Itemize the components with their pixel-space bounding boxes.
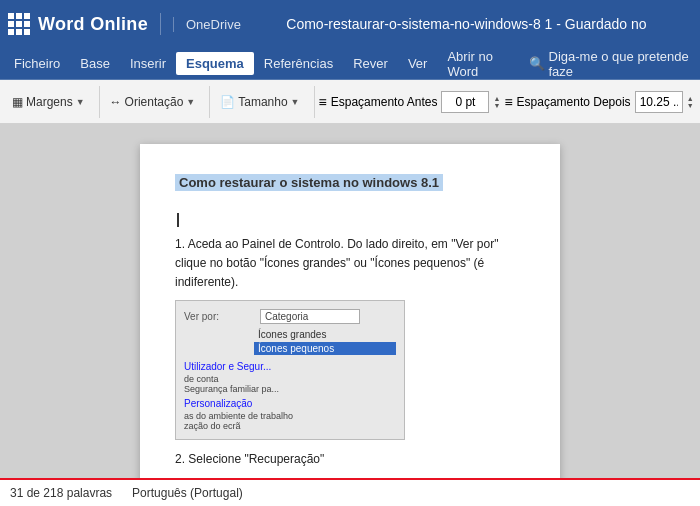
- list-number-2: 2.: [175, 452, 185, 466]
- screenshot-option-grandes: Ícones grandes: [254, 328, 396, 341]
- app-name: Word Online: [38, 14, 148, 35]
- doc-list-item-2: 2. Selecione "Recuperação": [175, 450, 525, 469]
- screenshot-link-ecra: zação do ecrã: [184, 421, 396, 431]
- grid-icon: [8, 13, 30, 35]
- list-text-2: Selecione "Recuperação": [188, 452, 324, 466]
- menu-ficheiro[interactable]: Ficheiro: [4, 52, 70, 75]
- espaco-depois-input[interactable]: [635, 91, 683, 113]
- espaco-depois-down[interactable]: ▼: [687, 102, 694, 109]
- margens-icon: ▦: [12, 95, 23, 109]
- menu-referencias[interactable]: Referências: [254, 52, 343, 75]
- orientacao-button[interactable]: ↔ Orientação ▼: [104, 92, 202, 112]
- document-page: Como restaurar o sistema no windows 8.1 …: [140, 144, 560, 478]
- screenshot-link-ambiente: as do ambiente de trabalho: [184, 411, 396, 421]
- document-title: Como-restaurar-o-sistema-no-windows-8 1 …: [241, 16, 692, 32]
- onedrive-label[interactable]: OneDrive: [173, 17, 241, 32]
- orientacao-chevron-icon: ▼: [186, 97, 195, 107]
- title-bar: Word Online OneDrive Como-restaurar-o-si…: [0, 0, 700, 48]
- paragraph-cursor: [175, 211, 525, 227]
- screenshot-options: Ícones grandes Ícones pequenos: [254, 328, 396, 355]
- doc-list-item-1: 1. Aceda ao Painel de Controlo. Do lado …: [175, 235, 525, 293]
- app-logo[interactable]: Word Online: [8, 13, 161, 35]
- menu-bar: Ficheiro Base Inserir Esquema Referência…: [0, 48, 700, 80]
- menu-esquema[interactable]: Esquema: [176, 52, 254, 75]
- ribbon-group-tamanho: 📄 Tamanho ▼: [214, 86, 314, 118]
- ribbon-espaco-depois: ≡ Espaçamento Depois ▲ ▼: [504, 91, 693, 113]
- margens-chevron-icon: ▼: [76, 97, 85, 107]
- menu-rever[interactable]: Rever: [343, 52, 398, 75]
- ribbon: ▦ Margens ▼ ↔ Orientação ▼ 📄 Tamanho ▼ ≡…: [0, 80, 700, 124]
- screenshot-dropdown-categoria: Categoria: [260, 309, 360, 324]
- espaco-depois-spinner[interactable]: ▲ ▼: [687, 95, 694, 109]
- espaco-antes-up[interactable]: ▲: [493, 95, 500, 102]
- espaco-depois-up[interactable]: ▲: [687, 95, 694, 102]
- tamanho-chevron-icon: ▼: [291, 97, 300, 107]
- orientacao-label: Orientação: [125, 95, 184, 109]
- screenshot-label-verPor: Ver por:: [184, 311, 254, 322]
- orientacao-icon: ↔: [110, 95, 122, 109]
- espaco-antes-down[interactable]: ▼: [493, 102, 500, 109]
- language-status[interactable]: Português (Portugal): [132, 486, 243, 500]
- doc-heading: Como restaurar o sistema no windows 8.1: [175, 174, 443, 191]
- doc-title-block: Como restaurar o sistema no windows 8.1: [175, 174, 525, 201]
- margens-label: Margens: [26, 95, 73, 109]
- search-hint[interactable]: Diga-me o que pretende faze: [549, 49, 697, 79]
- word-count: 31 de 218 palavras: [10, 486, 112, 500]
- espaco-depois-label: Espaçamento Depois: [517, 95, 631, 109]
- screenshot-link-conta: de conta: [184, 374, 396, 384]
- screenshot-section-utilizador: Utilizador e Segur...: [184, 361, 396, 372]
- ribbon-group-orientacao: ↔ Orientação ▼: [104, 86, 211, 118]
- espaco-antes-input[interactable]: [441, 91, 489, 113]
- embedded-screenshot: Ver por: Categoria Ícones grandes Ícones…: [175, 300, 405, 440]
- menu-base[interactable]: Base: [70, 52, 120, 75]
- list-number-1: 1.: [175, 237, 185, 251]
- screenshot-personalizacao: Personalização as do ambiente de trabalh…: [184, 398, 396, 431]
- list-text-1: Aceda ao Painel de Controlo. Do lado dir…: [175, 237, 498, 289]
- menu-inserir[interactable]: Inserir: [120, 52, 176, 75]
- menu-ver[interactable]: Ver: [398, 52, 438, 75]
- status-bar: 31 de 218 palavras Português (Portugal): [0, 478, 700, 506]
- ribbon-group-margens: ▦ Margens ▼: [6, 86, 100, 118]
- screenshot-sections: Utilizador e Segur... de conta Segurança…: [184, 361, 396, 431]
- screenshot-row-verPor: Ver por: Categoria: [184, 309, 396, 324]
- screenshot-section-personalizacao: Personalização: [184, 398, 396, 409]
- espaco-antes-spinner[interactable]: ▲ ▼: [493, 95, 500, 109]
- menu-right: 🔍 Diga-me o que pretende faze: [529, 49, 697, 79]
- screenshot-link-seguranca: Segurança familiar pa...: [184, 384, 396, 394]
- espaco-antes-icon: ≡: [319, 94, 327, 110]
- text-cursor: [177, 213, 179, 227]
- screenshot-option-pequenos: Ícones pequenos: [254, 342, 396, 355]
- espaco-antes-label: Espaçamento Antes: [331, 95, 438, 109]
- tamanho-button[interactable]: 📄 Tamanho ▼: [214, 92, 305, 112]
- ribbon-espaco-antes: ≡ Espaçamento Antes ▲ ▼: [319, 91, 501, 113]
- espaco-depois-icon: ≡: [504, 94, 512, 110]
- margens-button[interactable]: ▦ Margens ▼: [6, 92, 91, 112]
- search-icon: 🔍: [529, 56, 545, 71]
- canvas-area: Como restaurar o sistema no windows 8.1 …: [0, 124, 700, 478]
- tamanho-label: Tamanho: [238, 95, 287, 109]
- menu-abrir-word[interactable]: Abrir no Word: [437, 45, 528, 83]
- tamanho-icon: 📄: [220, 95, 235, 109]
